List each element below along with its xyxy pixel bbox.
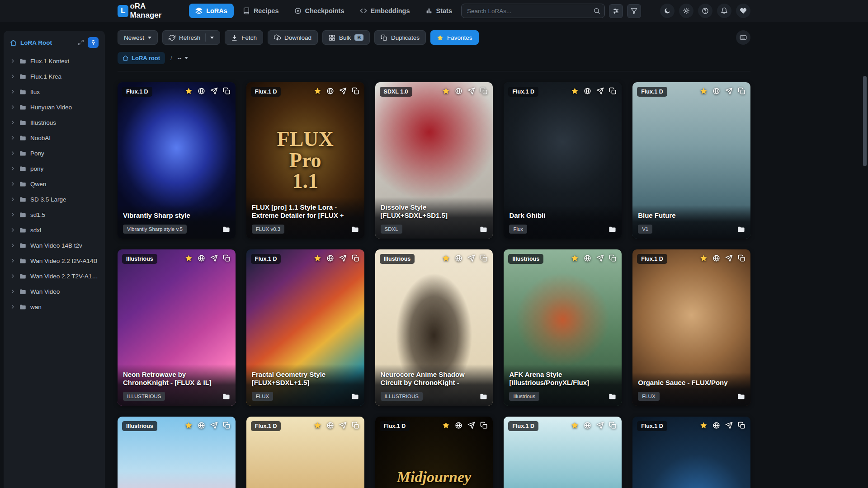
- sidebar-folder-item[interactable]: SD 3.5 Large: [7, 192, 101, 207]
- send-icon[interactable]: [210, 254, 218, 262]
- copy-icon[interactable]: [609, 87, 617, 95]
- sidebar-folder-item[interactable]: pony: [7, 161, 101, 176]
- lora-card[interactable]: SDXL 1.0 Dissolve Style [FLUX+SDXL+SD1.5…: [375, 82, 493, 239]
- chevron-right-icon[interactable]: [10, 166, 15, 171]
- favorite-star-icon[interactable]: [700, 254, 708, 262]
- open-folder-icon[interactable]: [351, 225, 359, 233]
- globe-icon[interactable]: [584, 254, 591, 262]
- pin-sidebar-button[interactable]: [88, 37, 99, 48]
- sidebar-folder-item[interactable]: sdxl: [7, 222, 101, 238]
- send-icon[interactable]: [467, 422, 475, 429]
- send-icon[interactable]: [725, 254, 733, 262]
- copy-icon[interactable]: [352, 422, 359, 429]
- sidebar-folder-item[interactable]: Illustrious: [7, 115, 101, 130]
- open-folder-icon[interactable]: [737, 393, 745, 400]
- nav-item-stats[interactable]: Stats: [419, 4, 458, 18]
- chevron-right-icon[interactable]: [10, 304, 15, 310]
- lora-card[interactable]: Flux.1 D: [246, 417, 364, 488]
- sidebar-folder-item[interactable]: Qwen: [7, 176, 101, 192]
- copy-icon[interactable]: [738, 254, 745, 262]
- chevron-right-icon[interactable]: [10, 120, 15, 125]
- globe-icon[interactable]: [584, 87, 591, 95]
- download-button[interactable]: Download: [268, 30, 318, 45]
- sidebar-folder-item[interactable]: Wan Video 2.2 T2V-A14B: [7, 268, 101, 284]
- search-icon[interactable]: [593, 7, 600, 14]
- chevron-right-icon[interactable]: [10, 197, 15, 202]
- globe-icon[interactable]: [712, 254, 720, 262]
- favorite-star-icon[interactable]: [700, 87, 708, 95]
- send-icon[interactable]: [467, 254, 475, 262]
- globe-icon[interactable]: [326, 87, 334, 95]
- sidebar-folder-item[interactable]: Flux.1 Kontext: [7, 53, 101, 69]
- sidebar-folder-item[interactable]: flux: [7, 84, 101, 99]
- sidebar-folder-item[interactable]: Pony: [7, 145, 101, 161]
- open-folder-icon[interactable]: [480, 393, 487, 400]
- lora-card[interactable]: Flux.1 D Vibrantly Sharp style Vibrantly…: [118, 82, 236, 239]
- globe-icon[interactable]: [712, 422, 720, 429]
- open-folder-icon[interactable]: [609, 225, 616, 233]
- sidebar-folder-item[interactable]: NoobAI: [7, 130, 101, 145]
- sidebar-folder-item[interactable]: Wan Video 14B t2v: [7, 238, 101, 253]
- settings-button[interactable]: [679, 4, 693, 18]
- lora-card[interactable]: Flux.1 D Fractal Geometry Style [FLUX+SD…: [246, 249, 364, 406]
- open-folder-icon[interactable]: [609, 393, 616, 400]
- nav-item-embeddings[interactable]: Embeddings: [354, 4, 416, 18]
- favorites-nav-button[interactable]: [736, 4, 750, 18]
- theme-toggle-button[interactable]: [660, 4, 675, 18]
- copy-icon[interactable]: [480, 87, 488, 95]
- globe-icon[interactable]: [455, 422, 462, 429]
- chevron-right-icon[interactable]: [10, 273, 15, 279]
- breadcrumb-root[interactable]: LoRA root: [118, 52, 165, 64]
- copy-icon[interactable]: [609, 254, 617, 262]
- notifications-button[interactable]: [717, 4, 731, 18]
- lora-card[interactable]: Illustrious AFK Arena Style [Illustrious…: [504, 249, 622, 406]
- open-folder-icon[interactable]: [480, 225, 487, 233]
- chevron-right-icon[interactable]: [10, 89, 15, 94]
- favorite-star-icon[interactable]: [314, 87, 321, 95]
- chevron-right-icon[interactable]: [10, 181, 15, 187]
- send-icon[interactable]: [210, 87, 218, 95]
- lora-card[interactable]: Flux.1 D: [632, 417, 750, 488]
- globe-icon[interactable]: [455, 87, 462, 95]
- refresh-menu-button[interactable]: [205, 33, 214, 42]
- globe-icon[interactable]: [326, 422, 334, 429]
- duplicates-button[interactable]: Duplicates: [374, 30, 426, 45]
- globe-icon[interactable]: [198, 254, 205, 262]
- chevron-right-icon[interactable]: [10, 258, 15, 263]
- globe-icon[interactable]: [455, 254, 462, 262]
- sidebar-folder-item[interactable]: sd1.5: [7, 207, 101, 222]
- globe-icon[interactable]: [584, 422, 591, 429]
- sidebar-folder-item[interactable]: Flux.1 Krea: [7, 69, 101, 84]
- page-scrollbar[interactable]: [863, 76, 867, 166]
- send-icon[interactable]: [339, 422, 347, 429]
- copy-icon[interactable]: [738, 422, 745, 429]
- lora-card[interactable]: Flux.1 D Organic Sauce - FLUX/Pony FLUX: [632, 249, 750, 406]
- lora-card[interactable]: MidjourneymeetsFLUX Flux.1 D: [375, 417, 493, 488]
- send-icon[interactable]: [725, 87, 733, 95]
- copy-icon[interactable]: [223, 422, 231, 429]
- lora-card[interactable]: Illustrious: [118, 417, 236, 488]
- sidebar-folder-item[interactable]: Hunyuan Video: [7, 99, 101, 115]
- chevron-right-icon[interactable]: [10, 74, 15, 79]
- search-options-button[interactable]: [609, 4, 623, 18]
- globe-icon[interactable]: [712, 87, 720, 95]
- keyboard-shortcuts-button[interactable]: [736, 30, 750, 45]
- sort-select[interactable]: Newest: [118, 30, 158, 45]
- chevron-right-icon[interactable]: [10, 135, 15, 141]
- lora-card[interactable]: FLUXPro1.1 Flux.1 D FLUX [pro] 1.1 Style…: [246, 82, 364, 239]
- filter-button[interactable]: [627, 4, 641, 18]
- bulk-button[interactable]: Bulk B: [322, 30, 370, 45]
- favorite-star-icon[interactable]: [314, 254, 321, 262]
- app-logo[interactable]: L oRA Manager: [118, 2, 175, 20]
- sidebar-root-item[interactable]: LoRA Root: [20, 39, 52, 46]
- globe-icon[interactable]: [326, 254, 334, 262]
- open-folder-icon[interactable]: [737, 225, 745, 233]
- sidebar-folder-item[interactable]: Wan Video: [7, 284, 101, 299]
- fetch-button[interactable]: Fetch: [225, 30, 263, 45]
- open-folder-icon[interactable]: [351, 393, 359, 400]
- favorite-star-icon[interactable]: [700, 422, 708, 429]
- favorite-star-icon[interactable]: [185, 422, 193, 429]
- send-icon[interactable]: [339, 254, 347, 262]
- expand-icon[interactable]: [78, 39, 84, 46]
- chevron-right-icon[interactable]: [10, 58, 15, 64]
